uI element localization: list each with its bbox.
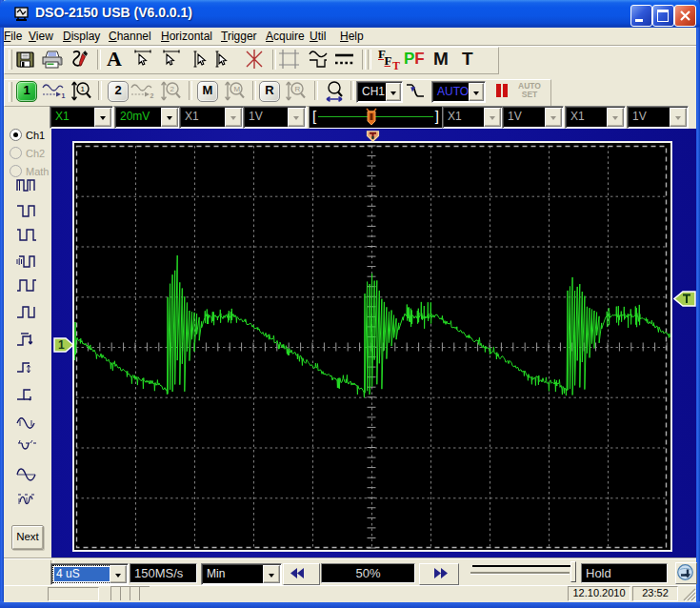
- svg-text:1: 1: [58, 338, 65, 352]
- svg-text:M: M: [234, 85, 241, 93]
- svg-text:1: 1: [62, 92, 66, 99]
- svg-text:2: 2: [150, 92, 154, 99]
- svg-text:R: R: [295, 85, 301, 93]
- svg-text:2: 2: [170, 85, 175, 93]
- svg-text:1: 1: [81, 85, 86, 93]
